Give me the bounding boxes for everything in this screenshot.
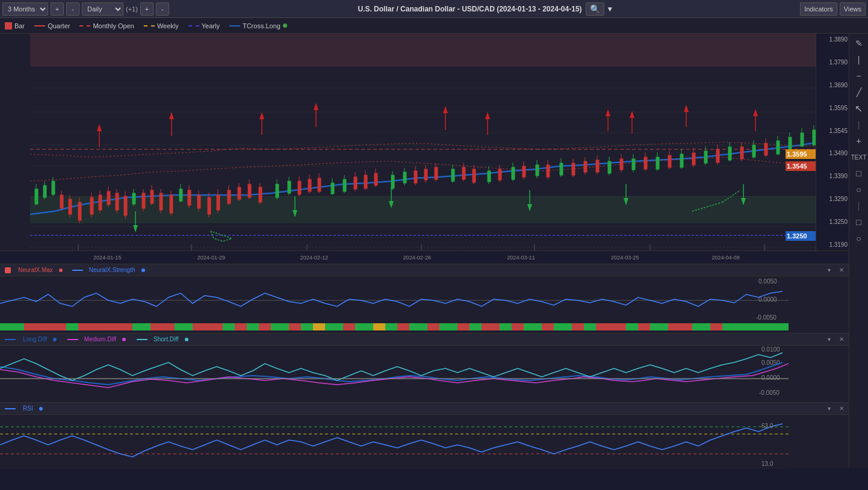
title-text: U.S. Dollar / Canadian Dollar - USD/CAD …: [358, 5, 581, 13]
svg-rect-245: [439, 323, 457, 330]
price-label-1.3390: 1.3390: [817, 173, 848, 179]
date-axis: 2024-01-15 2024-01-29 2024-02-12 2024-02…: [0, 250, 849, 264]
svg-rect-249: [500, 323, 512, 330]
search-button[interactable]: 🔍: [586, 2, 604, 16]
shortdiff-dot: [185, 338, 188, 341]
indicators-button[interactable]: Indicators: [800, 2, 837, 16]
neuralx-svg: 0.0050 0.0000 -0.0050: [0, 276, 789, 333]
toolbar: 3 Months1 Day1 Week1 Month3 Months6 Mont…: [0, 0, 868, 18]
price-label-1.3190: 1.3190: [817, 241, 848, 248]
tool-text[interactable]: TEXT: [852, 150, 866, 164]
tcross-legend-label: TCross.Long: [243, 22, 281, 29]
period-add-button[interactable]: +: [51, 2, 64, 16]
tool-sep1: |: [852, 117, 866, 132]
timeframe-select[interactable]: Daily1 Min5 Min15 Min30 Min1 Hour4 HourD…: [82, 2, 123, 16]
right-buttons: Indicators Views: [800, 2, 866, 16]
tool-hline[interactable]: −: [852, 69, 866, 83]
quarter-legend-label: Quarter: [48, 22, 70, 29]
diff-header: Long.Diff Medium.Diff Short.Diff ▾ ✕: [0, 333, 849, 346]
svg-rect-224: [150, 323, 163, 330]
legend-bar-item[interactable]: Bar: [5, 22, 25, 29]
price-label-1.3545: 1.3545: [817, 128, 848, 134]
tool-circle2[interactable]: ○: [852, 231, 866, 246]
neuralx-collapse-btn[interactable]: ▾: [828, 267, 831, 273]
legend-weekly-item[interactable]: Weekly: [144, 22, 179, 29]
rsi-close-btn[interactable]: ✕: [839, 405, 844, 412]
period-sub-button[interactable]: -: [66, 2, 79, 16]
tcross-dot-icon: [283, 23, 287, 28]
tool-rect2[interactable]: □: [852, 215, 866, 229]
price-label-1.3790: 1.3790: [817, 59, 848, 66]
svg-rect-222: [120, 323, 132, 330]
legend-quarter-item[interactable]: Quarter: [34, 22, 70, 29]
rsi-panel: RSI ▾ ✕ 63.0: [0, 402, 849, 468]
svg-rect-269: [0, 346, 789, 403]
date-axis-svg: 2024-01-15 2024-01-29 2024-02-12 2024-02…: [0, 252, 849, 264]
svg-text:-0.0050: -0.0050: [759, 389, 780, 396]
svg-rect-267: [746, 323, 764, 330]
neuralxstrength-icon: [72, 270, 83, 271]
longdiff-label: Long.Diff: [23, 336, 47, 343]
tool-circle[interactable]: ○: [852, 182, 866, 197]
price-label-1.3595: 1.3595: [817, 105, 848, 111]
svg-rect-221: [96, 323, 120, 330]
tool-cursor[interactable]: ↖: [852, 101, 866, 116]
rsi-collapse-btn[interactable]: ▾: [828, 405, 831, 412]
rsi-header: RSI ▾ ✕: [0, 403, 849, 415]
svg-rect-223: [132, 323, 150, 330]
svg-rect-234: [289, 323, 301, 330]
svg-text:1.3250: 1.3250: [787, 232, 807, 240]
svg-rect-218: [42, 323, 66, 330]
modifier-minus-button[interactable]: -: [156, 2, 169, 16]
longdiff-icon: [5, 339, 16, 340]
neuralx-panel: NeuralX.Max NeuralX.Strength ▾ ✕ 0.0050 …: [0, 264, 849, 333]
neuralxstrength-dot: [141, 268, 145, 272]
tool-sep2: |: [852, 199, 866, 213]
svg-rect-244: [427, 323, 439, 330]
svg-text:2024-03-25: 2024-03-25: [611, 254, 639, 260]
neuralx-close-btn[interactable]: ✕: [839, 267, 844, 273]
price-label-1.3890: 1.3890: [817, 36, 848, 43]
diff-panel: Long.Diff Medium.Diff Short.Diff ▾ ✕: [0, 333, 849, 402]
modifier-plus-button[interactable]: +: [140, 2, 153, 16]
svg-rect-263: [692, 323, 710, 330]
neuralx-header: NeuralX.Max NeuralX.Strength ▾ ✕: [0, 264, 849, 276]
mediumdiff-label: Medium.Diff: [84, 336, 116, 343]
svg-text:-0.0050: -0.0050: [756, 314, 777, 321]
svg-text:2024-01-29: 2024-01-29: [197, 254, 225, 260]
diff-close-btn[interactable]: ✕: [839, 336, 844, 343]
tool-trendline[interactable]: ╱: [852, 85, 866, 99]
shortdiff-label: Short.Diff: [153, 336, 179, 343]
price-label-1.3290: 1.3290: [817, 196, 848, 202]
main-price-chart: 1.3595 1.3545 1.3250: [0, 34, 849, 250]
svg-rect-265: [722, 323, 734, 330]
svg-rect-262: [680, 323, 692, 330]
title-dropdown-icon: ▾: [608, 5, 612, 13]
svg-rect-241: [385, 323, 397, 330]
tool-rect[interactable]: □: [852, 166, 866, 181]
bar-legend-icon: [5, 22, 12, 29]
views-button[interactable]: Views: [840, 2, 866, 16]
monthlyopen-legend-icon: [79, 25, 90, 26]
svg-rect-248: [482, 323, 500, 330]
svg-text:0.0050: 0.0050: [761, 359, 780, 366]
tool-crosshair[interactable]: +: [852, 134, 866, 148]
svg-text:13.0: 13.0: [761, 461, 773, 467]
legend-monthlyopen-item[interactable]: Monthly Open: [79, 22, 134, 29]
period-select[interactable]: 3 Months1 Day1 Week1 Month3 Months6 Mont…: [2, 2, 48, 16]
svg-rect-12: [30, 196, 819, 223]
diff-svg: 0.0100 0.0050 0.0000 -0.0050: [0, 346, 789, 403]
tool-vline[interactable]: |: [852, 52, 866, 67]
svg-rect-235: [301, 323, 313, 330]
weekly-legend-label: Weekly: [157, 22, 179, 29]
legend-bar: Bar Quarter Monthly Open Weekly Yearly T…: [0, 18, 868, 34]
svg-rect-230: [235, 323, 247, 330]
diff-collapse-btn[interactable]: ▾: [828, 336, 831, 343]
svg-rect-219: [66, 323, 78, 330]
svg-rect-247: [470, 323, 482, 330]
svg-rect-242: [397, 323, 409, 330]
tool-pencil[interactable]: ✎: [852, 36, 866, 51]
legend-yearly-item[interactable]: Yearly: [188, 22, 220, 29]
neuralxmax-dot: [59, 268, 63, 272]
legend-tcross-item[interactable]: TCross.Long: [229, 22, 287, 29]
